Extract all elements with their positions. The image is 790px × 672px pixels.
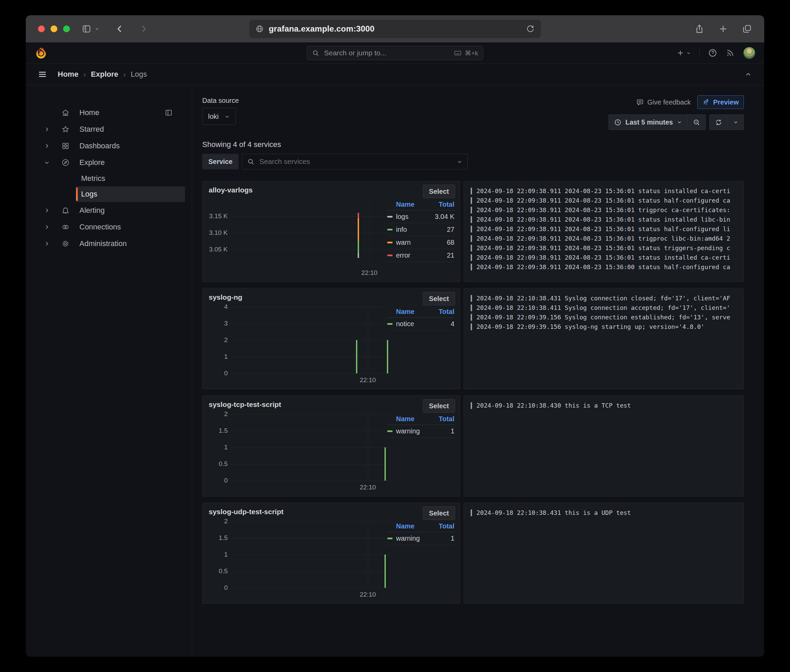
legend-name-header[interactable]: Name <box>396 201 414 208</box>
share-icon[interactable] <box>694 24 704 34</box>
log-line[interactable]: 2024-09-18 22:09:38.911 2024-08-23 15:36… <box>471 254 737 261</box>
browser-window: grafana.example.com:3000 <box>26 15 764 657</box>
log-line[interactable]: 2024-09-18 22:09:39.156 Syslog connectio… <box>471 314 737 321</box>
new-tab-icon[interactable] <box>718 24 728 34</box>
chevron-right-icon[interactable] <box>43 142 52 149</box>
service-filter-label[interactable]: Service <box>202 154 238 170</box>
service-search[interactable] <box>242 154 468 170</box>
refresh-button[interactable] <box>710 115 728 130</box>
datasource-label: Data source <box>202 97 239 104</box>
legend-row[interactable]: warn68 <box>387 236 454 249</box>
service-logs-card[interactable]: 2024-09-18 22:10:38.431 this is a UDP te… <box>464 502 744 604</box>
log-line[interactable]: 2024-09-18 22:10:38.430 this is a TCP te… <box>471 402 737 409</box>
select-button[interactable]: Select <box>423 399 455 413</box>
sidebar-item-logs[interactable]: Logs <box>76 186 185 202</box>
service-chart-card[interactable]: alloy-varlogs Select 3.15 K3.10 K3.05 K … <box>202 181 460 282</box>
time-range-picker[interactable]: Last 5 minutes <box>609 115 687 130</box>
grafana-logo[interactable] <box>35 46 48 59</box>
service-chart-card[interactable]: syslog-tcp-test-script Select 21.510.50 … <box>202 395 460 496</box>
breadcrumb-home[interactable]: Home <box>58 70 78 79</box>
service-logs-card[interactable]: 2024-09-18 22:09:38.911 2024-08-23 15:36… <box>464 181 744 282</box>
sidebar-item-metrics[interactable]: Metrics <box>76 171 185 186</box>
legend-name-header[interactable]: Name <box>396 522 414 530</box>
legend-row[interactable]: info27 <box>387 223 454 236</box>
forward-button[interactable] <box>138 24 149 34</box>
log-line[interactable]: 2024-09-18 22:09:38.911 2024-08-23 15:36… <box>471 226 737 232</box>
sidebar-chevron-icon[interactable] <box>94 26 100 32</box>
log-line[interactable]: 2024-09-18 22:09:38.911 2024-08-23 15:36… <box>471 244 737 251</box>
legend-series-total: 3.04 K <box>435 213 454 221</box>
service-chart-card[interactable]: syslog-udp-test-script Select 21.510.50 … <box>202 502 460 604</box>
sidebar-item-dashboards[interactable]: Dashboards <box>26 138 192 154</box>
legend-row[interactable]: logs3.04 K <box>387 210 454 223</box>
dashboards-icon <box>61 142 70 150</box>
minimize-button[interactable] <box>51 26 58 32</box>
legend-total-header[interactable]: Total <box>439 415 454 423</box>
global-search[interactable]: ⌘+k <box>307 46 483 60</box>
refresh-interval-dropdown[interactable] <box>728 115 744 130</box>
chevron-right-icon[interactable] <box>43 224 52 230</box>
breadcrumb-explore[interactable]: Explore <box>91 70 118 79</box>
legend-row[interactable]: warning1 <box>387 532 454 545</box>
log-line[interactable]: 2024-09-18 22:09:38.911 2024-08-23 15:36… <box>471 235 737 242</box>
legend-total-header[interactable]: Total <box>439 308 454 316</box>
chevron-down-icon <box>686 50 691 56</box>
service-chart-card[interactable]: syslog-ng Select 43210 22:10 NameTotalno… <box>202 288 460 389</box>
new-menu-button[interactable] <box>676 49 691 57</box>
select-button[interactable]: Select <box>423 506 455 520</box>
sidebar-item-alerting[interactable]: Alerting <box>26 202 192 219</box>
news-icon[interactable] <box>726 48 735 58</box>
mega-menu-toggle[interactable] <box>37 69 48 79</box>
select-button[interactable]: Select <box>423 185 455 198</box>
global-search-input[interactable] <box>323 48 454 58</box>
log-line[interactable]: 2024-09-18 22:09:38.911 2024-08-23 15:36… <box>471 206 737 213</box>
legend-total-header[interactable]: Total <box>439 201 454 208</box>
sidebar-item-home[interactable]: Home <box>26 104 192 121</box>
datasource-picker[interactable]: loki <box>202 108 236 125</box>
tab-overview-icon[interactable] <box>742 24 752 34</box>
chevron-right-icon[interactable] <box>43 207 52 214</box>
browser-titlebar: grafana.example.com:3000 <box>26 15 764 42</box>
sidebar-item-explore[interactable]: Explore <box>26 154 192 171</box>
dock-menu-icon[interactable] <box>165 109 173 117</box>
sidebar-item-starred[interactable]: Starred <box>26 121 192 138</box>
log-line[interactable]: 2024-09-18 22:09:38.911 2024-08-23 15:36… <box>471 216 737 223</box>
log-line[interactable]: 2024-09-18 22:09:38.911 2024-08-23 15:36… <box>471 187 737 194</box>
chevron-down-icon[interactable] <box>457 159 462 165</box>
rocket-icon <box>702 98 710 106</box>
browser-sidebar-icon[interactable] <box>82 24 92 34</box>
log-line[interactable]: 2024-09-18 22:09:38.911 2024-08-23 15:36… <box>471 263 737 270</box>
zoom-button[interactable] <box>63 26 70 32</box>
sidebar-item-connections[interactable]: Connections <box>26 219 192 235</box>
address-bar[interactable]: grafana.example.com:3000 <box>249 20 541 38</box>
legend-name-header[interactable]: Name <box>396 308 414 316</box>
collapse-section-icon[interactable] <box>745 70 752 78</box>
legend-row[interactable]: notice4 <box>387 318 454 331</box>
avatar[interactable] <box>743 47 755 59</box>
chevron-right-icon[interactable] <box>43 126 52 133</box>
log-line[interactable]: 2024-09-18 22:09:38.911 2024-08-23 15:36… <box>471 197 737 204</box>
chevron-right-icon[interactable] <box>43 240 52 247</box>
log-line[interactable]: 2024-09-18 22:09:39.156 syslog-ng starti… <box>471 323 737 330</box>
service-logs-card[interactable]: 2024-09-18 22:10:38.431 Syslog connectio… <box>464 288 744 389</box>
service-logs-card[interactable]: 2024-09-18 22:10:38.430 this is a TCP te… <box>464 395 744 496</box>
preview-badge[interactable]: Preview <box>697 95 744 109</box>
sidebar-item-label: Alerting <box>79 206 105 215</box>
select-button[interactable]: Select <box>423 292 455 306</box>
legend-total-header[interactable]: Total <box>439 522 454 530</box>
give-feedback-button[interactable]: Give feedback <box>636 98 691 106</box>
log-line[interactable]: 2024-09-18 22:10:38.431 this is a UDP te… <box>471 509 737 516</box>
close-button[interactable] <box>38 26 45 32</box>
reload-icon[interactable] <box>526 24 535 33</box>
chevron-down-icon[interactable] <box>43 159 52 166</box>
legend-row[interactable]: warning1 <box>387 425 454 438</box>
help-icon[interactable] <box>708 48 717 58</box>
log-line[interactable]: 2024-09-18 22:10:38.411 Syslog connectio… <box>471 304 737 311</box>
legend-name-header[interactable]: Name <box>396 415 414 423</box>
service-search-input[interactable] <box>259 157 457 166</box>
sidebar-item-administration[interactable]: Administration <box>26 235 192 252</box>
legend-row[interactable]: error21 <box>387 249 454 262</box>
zoom-out-time-button[interactable] <box>687 115 705 130</box>
back-button[interactable] <box>115 24 125 34</box>
log-line[interactable]: 2024-09-18 22:10:38.431 Syslog connectio… <box>471 294 737 302</box>
